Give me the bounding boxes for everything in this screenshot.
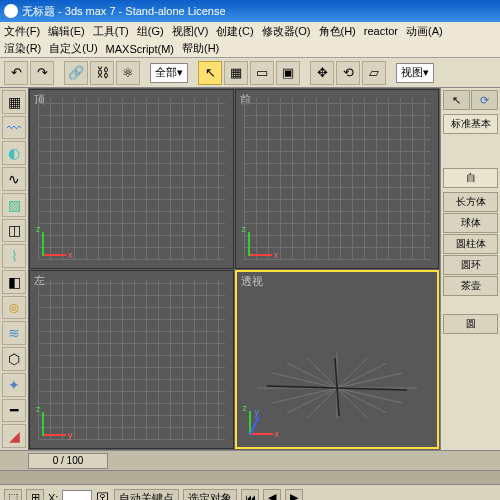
time-handle[interactable]: 0 / 100 bbox=[28, 453, 108, 469]
x-coord-input[interactable] bbox=[62, 490, 92, 501]
menu-modifiers[interactable]: 修改器(O) bbox=[262, 24, 311, 39]
redo-button[interactable]: ↷ bbox=[30, 61, 54, 85]
goto-start-button[interactable]: ⏮ bbox=[241, 489, 259, 501]
rotate-button[interactable]: ⟲ bbox=[336, 61, 360, 85]
viewport-front[interactable]: 前 x z bbox=[235, 89, 440, 269]
command-panel: ↖ ⟳ 标准基本 自 长方体 球体 圆柱体 圆环 茶壶 圆 bbox=[440, 88, 500, 450]
create-tab[interactable]: ↖ bbox=[443, 90, 470, 110]
rope-icon[interactable]: ∿ bbox=[2, 167, 26, 191]
lock-icon[interactable]: ⬚ bbox=[4, 489, 22, 501]
key-icon: ⚿ bbox=[96, 490, 110, 501]
menu-tools[interactable]: 工具(T) bbox=[93, 24, 129, 39]
select-region-button[interactable]: ▭ bbox=[250, 61, 274, 85]
axis-gizmo: y z bbox=[42, 400, 78, 436]
plane-icon[interactable]: ◫ bbox=[2, 219, 26, 243]
menu-help[interactable]: 帮助(H) bbox=[182, 41, 219, 56]
ref-coord-dropdown[interactable]: 视图 ▾ bbox=[396, 63, 434, 83]
viewport-area: 顶 x z 前 x z 左 y z bbox=[28, 88, 440, 450]
viewport-top[interactable]: 顶 x z bbox=[29, 89, 234, 269]
undo-button[interactable]: ↶ bbox=[4, 61, 28, 85]
spring-icon[interactable]: ⌇ bbox=[2, 244, 26, 268]
menu-character[interactable]: 角色(H) bbox=[319, 24, 356, 39]
torus-button[interactable]: 圆环 bbox=[443, 255, 498, 275]
autokey-button[interactable]: 自动关键点 bbox=[114, 489, 179, 501]
mesh-icon[interactable]: ▨ bbox=[2, 193, 26, 217]
constraint-icon[interactable]: ◢ bbox=[2, 424, 26, 448]
cloth-icon[interactable]: 〰 bbox=[2, 116, 26, 140]
window-title: 无标题 - 3ds max 7 - Stand-alone License bbox=[22, 4, 226, 19]
menu-bar: 文件(F) 编辑(E) 工具(T) 组(G) 视图(V) 创建(C) 修改器(O… bbox=[0, 22, 500, 40]
app-icon bbox=[4, 4, 18, 18]
window-crossing-button[interactable]: ▣ bbox=[276, 61, 300, 85]
track-bar[interactable] bbox=[0, 470, 500, 484]
water-icon[interactable]: ━ bbox=[2, 399, 26, 423]
menu-bar-2: 渲染(R) 自定义(U) MAXScript(M) 帮助(H) bbox=[0, 40, 500, 58]
menu-file[interactable]: 文件(F) bbox=[4, 24, 40, 39]
menu-create[interactable]: 创建(C) bbox=[216, 24, 253, 39]
menu-rendering[interactable]: 渲染(R) bbox=[4, 41, 41, 56]
play-button[interactable]: ▶ bbox=[285, 489, 303, 501]
axis-gizmo: x z bbox=[248, 220, 284, 256]
axis-gizmo: x z y bbox=[249, 399, 285, 435]
dashpot-icon[interactable]: ◧ bbox=[2, 270, 26, 294]
link-button[interactable]: 🔗 bbox=[64, 61, 88, 85]
move-button[interactable]: ✥ bbox=[310, 61, 334, 85]
motor-icon[interactable]: ⊚ bbox=[2, 296, 26, 320]
snap-toggle[interactable]: ⊞ bbox=[26, 489, 44, 501]
circle-button[interactable]: 圆 bbox=[443, 314, 498, 334]
scale-button[interactable]: ▱ bbox=[362, 61, 386, 85]
menu-maxscript[interactable]: MAXScript(M) bbox=[106, 43, 174, 55]
select-by-name-button[interactable]: ▦ bbox=[224, 61, 248, 85]
axis-gizmo: x z bbox=[42, 220, 78, 256]
viewport-left[interactable]: 左 y z bbox=[29, 270, 234, 450]
menu-animation[interactable]: 动画(A) bbox=[406, 24, 443, 39]
menu-group[interactable]: 组(G) bbox=[137, 24, 164, 39]
wind-icon[interactable]: ≋ bbox=[2, 321, 26, 345]
cylinder-button[interactable]: 圆柱体 bbox=[443, 234, 498, 254]
soft-body-icon[interactable]: ◐ bbox=[2, 141, 26, 165]
box-button[interactable]: 长方体 bbox=[443, 192, 498, 212]
unlink-button[interactable]: ⛓ bbox=[90, 61, 114, 85]
x-label: X: bbox=[48, 492, 58, 501]
fracture-icon[interactable]: ✦ bbox=[2, 373, 26, 397]
time-slider[interactable]: 0 / 100 bbox=[0, 450, 500, 470]
rigid-body-icon[interactable]: ▦ bbox=[2, 90, 26, 114]
sphere-button[interactable]: 球体 bbox=[443, 213, 498, 233]
main-toolbar: ↶ ↷ 🔗 ⛓ ⚛ 全部 ▾ ↖ ▦ ▭ ▣ ✥ ⟲ ▱ 视图 ▾ bbox=[0, 58, 500, 88]
selected-filter[interactable]: 选定对象 bbox=[183, 489, 237, 501]
selection-filter-dropdown[interactable]: 全部 ▾ bbox=[150, 63, 188, 83]
modify-tab[interactable]: ⟳ bbox=[471, 90, 498, 110]
menu-views[interactable]: 视图(V) bbox=[172, 24, 209, 39]
menu-reactor[interactable]: reactor bbox=[364, 25, 398, 37]
menu-customize[interactable]: 自定义(U) bbox=[49, 41, 97, 56]
viewport-perspective[interactable]: 透视 x z bbox=[235, 270, 440, 450]
bind-button[interactable]: ⚛ bbox=[116, 61, 140, 85]
reactor-toolbar: ▦ 〰 ◐ ∿ ▨ ◫ ⌇ ◧ ⊚ ≋ ⬡ ✦ ━ ◢ bbox=[0, 88, 28, 450]
section-header: 自 bbox=[443, 168, 498, 188]
toy-car-icon[interactable]: ⬡ bbox=[2, 347, 26, 371]
rollout-header[interactable]: 标准基本 bbox=[443, 114, 498, 134]
select-button[interactable]: ↖ bbox=[198, 61, 222, 85]
title-bar: 无标题 - 3ds max 7 - Stand-alone License bbox=[0, 0, 500, 22]
menu-edit[interactable]: 编辑(E) bbox=[48, 24, 85, 39]
teapot-button[interactable]: 茶壶 bbox=[443, 276, 498, 296]
status-bar: ⬚ ⊞ X: ⚿ 自动关键点 选定对象 ⏮ ◀ ▶ bbox=[0, 484, 500, 500]
prev-frame-button[interactable]: ◀ bbox=[263, 489, 281, 501]
